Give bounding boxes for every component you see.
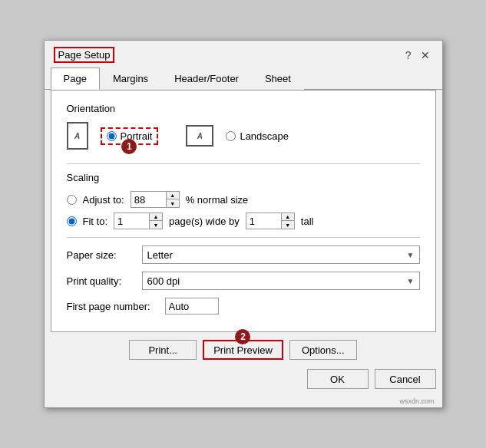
adjust-radio[interactable]: [67, 195, 77, 205]
orientation-row: A Portrait 1 A Landscape: [67, 122, 420, 150]
tabs-container: Page Margins Header/Footer Sheet: [45, 68, 442, 90]
adjust-input[interactable]: [131, 192, 166, 207]
options-button[interactable]: Options...: [289, 340, 357, 360]
fit-tall-spinner: ▲ ▼: [246, 212, 295, 229]
print-button[interactable]: Print...: [129, 340, 197, 360]
landscape-page-icon: A: [186, 125, 213, 147]
fit-tall-down-btn[interactable]: ▼: [282, 221, 294, 229]
fit-wide-up-btn[interactable]: ▲: [150, 213, 162, 221]
ok-button[interactable]: OK: [307, 369, 369, 389]
divider-1: [67, 163, 420, 164]
print-quality-label: Print quality:: [67, 275, 136, 287]
tab-sheet[interactable]: Sheet: [252, 68, 304, 90]
help-button[interactable]: ?: [402, 49, 415, 61]
print-preview-container: Print Preview 2: [203, 340, 283, 360]
paper-size-value: Letter: [147, 249, 173, 261]
divider-2: [67, 237, 420, 238]
close-button[interactable]: ✕: [418, 49, 433, 61]
fit-tall-up-btn[interactable]: ▲: [282, 213, 294, 221]
adjust-spinner: ▲ ▼: [131, 191, 180, 208]
title-bar: Page Setup ? ✕: [45, 41, 442, 66]
first-page-label: First page number:: [67, 301, 159, 312]
adjust-row: Adjust to: ▲ ▼ % normal size: [67, 191, 420, 208]
tab-page[interactable]: Page: [51, 68, 100, 90]
title-bar-left: Page Setup: [54, 47, 115, 63]
portrait-radio[interactable]: [107, 131, 117, 141]
fit-label: Fit to:: [83, 216, 108, 227]
print-quality-select[interactable]: 600 dpi ▼: [142, 272, 420, 290]
fit-wide-spinner: ▲ ▼: [114, 212, 163, 229]
cancel-button[interactable]: Cancel: [375, 369, 436, 389]
first-page-input[interactable]: [165, 298, 219, 315]
first-page-row: First page number:: [67, 298, 420, 315]
action-button-row: Print... Print Preview 2 Options...: [51, 332, 436, 364]
page-setup-dialog: Page Setup ? ✕ Page Margins Header/Foote…: [44, 40, 443, 408]
portrait-page-icon: A: [67, 122, 88, 150]
adjust-spin-btns: ▲ ▼: [166, 192, 179, 207]
fit-tall-input[interactable]: [246, 213, 281, 229]
adjust-unit: % normal size: [186, 194, 249, 206]
fit-wide-input[interactable]: [114, 213, 149, 229]
fit-wide-unit: page(s) wide by: [169, 216, 240, 227]
print-quality-value: 600 dpi: [147, 275, 180, 287]
tab-margins[interactable]: Margins: [100, 68, 161, 90]
print-quality-arrow: ▼: [407, 277, 415, 285]
adjust-label: Adjust to:: [83, 194, 124, 206]
tab-header-footer[interactable]: Header/Footer: [161, 68, 252, 90]
scaling-label: Scaling: [67, 172, 420, 183]
fit-tall-spin-btns: ▲ ▼: [281, 213, 294, 229]
paper-size-row: Paper size: Letter ▼: [67, 245, 420, 264]
paper-size-arrow: ▼: [407, 251, 415, 259]
fit-wide-down-btn[interactable]: ▼: [150, 221, 162, 229]
badge-2: 2: [235, 329, 250, 344]
print-quality-row: Print quality: 600 dpi ▼: [67, 272, 420, 290]
adjust-down-btn[interactable]: ▼: [167, 199, 179, 207]
dialog-title: Page Setup: [54, 47, 115, 63]
ok-cancel-row: OK Cancel: [45, 364, 442, 397]
landscape-label: Landscape: [240, 130, 289, 142]
landscape-icon-group: A: [186, 125, 213, 147]
fit-tall-unit: tall: [301, 216, 314, 227]
fit-wide-spin-btns: ▲ ▼: [149, 213, 162, 229]
landscape-radio-group: Landscape: [226, 130, 289, 142]
badge-1: 1: [121, 139, 137, 154]
orientation-label: Orientation: [67, 103, 420, 114]
watermark: wsxdn.com: [45, 397, 442, 407]
paper-size-select[interactable]: Letter ▼: [142, 245, 420, 264]
main-content: Orientation A Portrait 1 A Landscape: [51, 90, 436, 332]
adjust-up-btn[interactable]: ▲: [167, 192, 179, 199]
paper-size-label: Paper size:: [67, 249, 136, 261]
fit-row: Fit to: ▲ ▼ page(s) wide by ▲ ▼ tall: [67, 212, 420, 229]
portrait-icon-group: A: [67, 122, 88, 150]
title-controls: ? ✕: [402, 49, 433, 61]
landscape-radio[interactable]: [226, 131, 236, 141]
fit-radio[interactable]: [67, 216, 77, 226]
